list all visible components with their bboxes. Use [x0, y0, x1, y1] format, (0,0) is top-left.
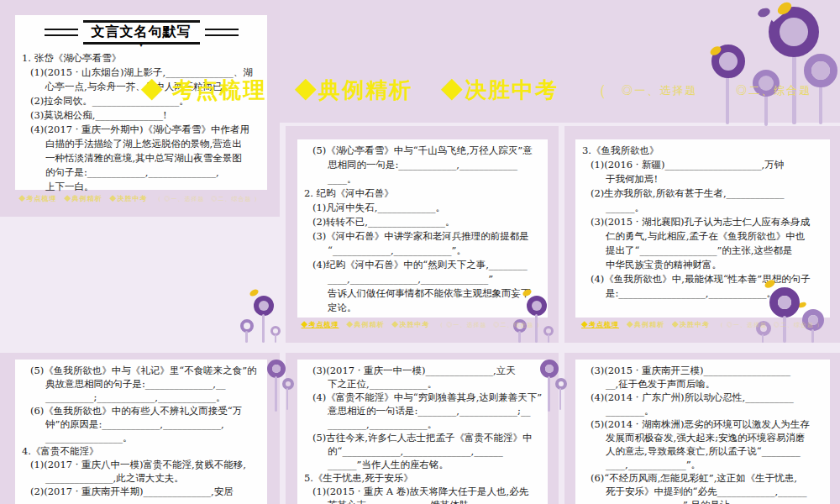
text-line: (5)古往今来,许多仁人志士把孟子《富贵不能淫》中	[304, 431, 543, 444]
footer-nav-item[interactable]: ◆决胜中考	[392, 320, 430, 329]
footer-nav-item[interactable]: ◆考点梳理	[302, 320, 339, 329]
text-line: (5)《鱼我所欲也》中与《礼记》里“不食嗟来之食”的	[22, 364, 262, 377]
footer-nav-item[interactable]: ◆典例精析	[347, 320, 385, 329]
content-card: (3)(2017 · 重庆一中一模)______________,立天下之正位,…	[297, 360, 548, 504]
text-line: 典故意思相同的句子是:______________,__	[22, 377, 262, 391]
slide-thumbnail-4[interactable]: (5)《鱼我所欲也》中与《礼记》里“不食嗟来之食”的典故意思相同的句子是:___…	[0, 353, 280, 504]
text-line: 思相同的一句是:____________,____________	[304, 158, 543, 172]
text-line: 上下一白。	[22, 180, 262, 194]
text-line: 的句子是:____________,______________,	[22, 165, 262, 180]
text-line: (5)《湖心亭看雪》中与“千山鸟飞绝,万径人踪灭”意	[304, 144, 543, 158]
text-line: 苦其心志,____________,饿其体肤……	[304, 498, 543, 504]
thumbnail-footer-nav: ◆考点梳理◆典例精析◆决胜中考（ ◎一、选择题 ◎二、综合题 ）	[0, 194, 280, 203]
content-card: (5)《鱼我所欲也》中与《礼记》里“不食嗟来之食”的典故意思相同的句子是:___…	[15, 360, 267, 504]
text-line: (3)莫说相公痴,______________!	[22, 108, 262, 123]
text-line: “____________,____________”。	[304, 244, 543, 258]
text-line: 中华民族宝贵的精神财富。	[582, 258, 825, 272]
text-line: (6)《鱼我所欲也》中的有些人不辨礼义而接受“万	[22, 404, 262, 417]
text-line: 1. 张岱《湖心亭看雪》	[22, 51, 262, 66]
text-line: (3)(2015 · 重庆南开三模)__________________	[582, 364, 825, 377]
title-ornament-left	[45, 29, 78, 36]
content-card: (3)(2015 · 重庆南开三模)____________________,征…	[575, 360, 830, 504]
header-nav-item-juesheng[interactable]: ◆决胜中考	[441, 76, 559, 105]
header-paren-open: （	[591, 80, 606, 102]
text-line: ____。	[304, 172, 543, 186]
footer-nav-item[interactable]: ◆考点梳理	[19, 194, 57, 203]
text-line: 4.《富贵不能淫》	[22, 444, 262, 458]
slide-thumbnail-5[interactable]: (3)(2017 · 重庆一中一模)______________,立天下之正位,…	[286, 353, 559, 504]
header-sub-item-choice[interactable]: ◎一、选择题	[622, 83, 697, 98]
text-line: __________;____________,____________。	[22, 391, 262, 404]
text-line: 定论。	[304, 301, 543, 315]
text-line: 白描的手法描绘了湖上悠远脱俗的景物,营造出	[22, 137, 262, 151]
text-line: 提出了“________________”的主张,这些都是	[582, 244, 825, 258]
text-line: 人的意志,导致最终衰亡,所以孟子说“________	[582, 444, 825, 458]
text-line: (4)《富贵不能淫》中与“穷则独善其身,达则兼善天下”	[304, 391, 543, 404]
slide-thumbnail-3[interactable]: 3.《鱼我所欲也》(1)(2016 · 新疆)_________________…	[564, 126, 840, 343]
panel-text: (3)(2017 · 重庆一中一模)______________,立天下之正位,…	[297, 360, 548, 504]
text-line: 意思相近的一句话是:________,____________;__	[304, 404, 543, 417]
slide-thumbnail-6[interactable]: (3)(2015 · 重庆南开三模)____________________,征…	[564, 353, 840, 504]
text-line: (5)(2014 · 湖南株洲)恶劣的环境可以激发人为生存	[582, 417, 825, 431]
text-line: 发展而积极奋发,强大起来;安逸的环境容易消磨	[582, 431, 825, 444]
text-line: 一种恬淡清雅的意境,其中总写湖山夜雪全景图	[22, 151, 262, 165]
footer-nav-tail: （ ◎一、选择题 ◎二、综合题 ）	[717, 321, 823, 329]
text-line: (1)(2016 · 新疆)____________________,万钟	[582, 158, 825, 172]
text-line: (1)(2015 · 重庆 A 卷)故天将降大任于是人也,必先	[304, 485, 543, 498]
panel-text: 1. 张岱《湖心亭看雪》(1)(2015 · 山东烟台)湖上影子,_______…	[15, 47, 267, 194]
content-card: (5)《湖心亭看雪》中与“千山鸟飞绝,万径人踪灭”意思相同的一句是:______…	[297, 139, 548, 318]
header-nav: ◆ 考点梳理 ◆典例精析 ◆决胜中考 （ ◎一、选择题 ◎二、综合题 ）	[141, 76, 840, 105]
text-line: 5.《生于忧患,死于安乐》	[304, 471, 543, 485]
footer-nav-item[interactable]: ◆决胜中考	[672, 320, 710, 329]
footer-nav-tail: （ ◎一、选择题 ◎二、综合题 ）	[155, 195, 261, 203]
text-line: 的“____________,______________,______	[304, 444, 543, 458]
text-line: 2. 纪昀《河中石兽》	[304, 186, 543, 201]
text-line: (4)纪昀《河中石兽》中的“然则天下之事,________	[304, 258, 543, 272]
text-line: (3)(2017 · 重庆一中一模)______________,立天	[304, 364, 543, 377]
panel-text: (3)(2015 · 重庆南开三模)____________________,征…	[575, 360, 830, 504]
slide-thumbnail-1[interactable]: 文言文名句默写 ▼ 1. 张岱《湖心亭看雪》(1)(2015 · 山东烟台)湖上…	[0, 0, 280, 217]
page-title: 文言文名句默写	[83, 20, 200, 45]
text-line: (4)《鱼我所欲也》中,最能体现“性本善”思想的句子	[582, 272, 825, 286]
text-line: ____,____________”。	[582, 458, 825, 471]
text-line: __,征于色发于声而后喻。	[582, 377, 825, 391]
text-line: 钟”的原因是:____________,____________,	[22, 417, 262, 431]
panel-text: 3.《鱼我所欲也》(1)(2016 · 新疆)_________________…	[575, 139, 830, 301]
section-title-box: 文言文名句默写	[15, 15, 267, 45]
panel-text: (5)《湖心亭看雪》中与“千山鸟飞绝,万径人踪灭”意思相同的一句是:______…	[297, 139, 548, 315]
thumbnail-footer-nav: ◆考点梳理◆典例精析◆决胜中考（ ◎一、选择题 ◎二、综合题 ）	[564, 320, 840, 329]
text-line: 仁的勇气,与此相应,孟子在《鱼我所欲也》中也	[582, 229, 825, 244]
panel-text: (5)《鱼我所欲也》中与《礼记》里“不食嗟来之食”的典故意思相同的句子是:___…	[15, 360, 267, 498]
footer-nav-item[interactable]: ◆典例精析	[65, 194, 102, 203]
text-line: (3)《河中石兽》中讲学家和老河兵推理的前提都是	[304, 229, 543, 244]
text-line: (1)(2017 · 重庆八中一模)富贵不能淫,贫贱不能移,	[22, 458, 262, 471]
text-line: (4)(2014 · 广东广州)所以动心忍性,__________	[582, 391, 825, 404]
text-line: (2)(2017 · 重庆南开半期)______________,安居	[22, 485, 262, 498]
header-nav-item-kaodian[interactable]: ◆ 考点梳理	[141, 76, 266, 105]
text-line: 下之正位,____________。	[304, 377, 543, 391]
text-line: 死于安乐》中提到的“必先____________,______	[582, 485, 825, 498]
text-line: ______________,此之谓大丈夫。	[22, 471, 262, 485]
footer-nav-tail: （ ◎一、选择题 ◎二、综合题 ）	[438, 321, 543, 329]
title-ornament-right	[205, 29, 239, 36]
text-line: (2)转转不已,________________。	[304, 215, 543, 229]
slide-thumbnail-2[interactable]: (5)《湖心亭看雪》中与“千山鸟飞绝,万径人踪灭”意思相同的一句是:______…	[286, 126, 559, 343]
text-line: ________________”,目的是让	[582, 498, 825, 504]
text-line: ____,______________,______________”	[304, 272, 543, 286]
text-line: (6)“不经历风雨,怎能见彩虹”,这正如《生于忧患,	[582, 471, 825, 485]
header-sub-item-comprehensive[interactable]: ◎二、综合题	[736, 83, 811, 98]
text-line: (1)凡河中失石,____________。	[304, 201, 543, 215]
text-line: (4)(2017 · 重庆一外期中)《湖心亭看雪》中作者用	[22, 123, 262, 137]
footer-nav-item[interactable]: ◆典例精析	[627, 320, 664, 329]
thumbnail-footer-nav: ◆考点梳理◆典例精析◆决胜中考（ ◎一、选择题 ◎二、综合题 ）	[286, 320, 559, 329]
footer-nav-item[interactable]: ◆考点梳理	[581, 320, 619, 329]
text-line: ________。	[582, 404, 825, 417]
text-line: 告诉人们做任何事情都不能依靠主观想象而妄下	[304, 286, 543, 301]
text-line: (2)生亦我所欲,所欲有甚于生者,____________	[582, 186, 825, 201]
text-line: 3.《鱼我所欲也》	[582, 144, 825, 158]
footer-nav-item[interactable]: ◆决胜中考	[110, 194, 148, 203]
header-nav-item-dianli[interactable]: ◆典例精析	[295, 76, 412, 105]
text-line: ______”当作人生的座右铭。	[304, 458, 543, 471]
text-line: ______。	[582, 201, 825, 215]
text-line: 于我何加焉!	[582, 172, 825, 186]
